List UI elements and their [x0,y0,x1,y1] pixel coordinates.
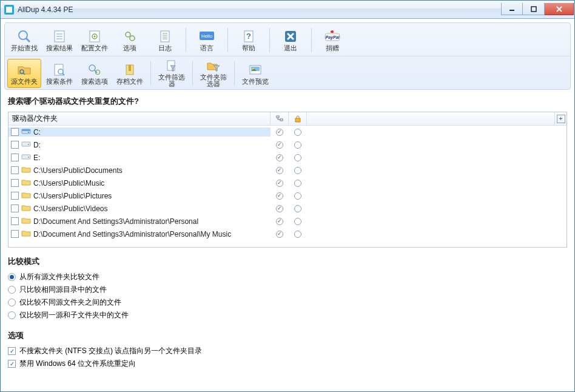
options-title: 选项 [8,330,567,341]
list-row[interactable]: E: [8,151,567,164]
compare-option[interactable]: 仅比较同一源和子文件夹中的文件 [8,309,567,322]
drive-icon [21,140,31,149]
main-toolbar: 开始查找搜索结果配置文件选项日志Hello语言?帮助退出PayPal捐赠 [5,23,570,56]
header-path[interactable]: 驱动器/文件夹 [8,112,271,125]
toolbar-archive-file[interactable]: 存档文件 [113,59,147,88]
row-checkbox[interactable] [11,204,19,212]
row-checkbox[interactable] [11,154,19,161]
toolbar-language[interactable]: Hello语言 [190,25,224,55]
toolbar-search-options[interactable]: 搜索选项 [78,59,112,88]
toolbar-source-folder[interactable]: 源文件夹 [7,59,41,88]
toolbar-label: 语言 [200,45,214,52]
toolbar-donate[interactable]: PayPal捐赠 [315,25,349,55]
row-radio-b[interactable] [294,180,301,187]
toolbar-options[interactable]: 选项 [113,25,147,55]
row-checkbox[interactable] [11,141,19,149]
compare-option[interactable]: 只比较相同源目录中的文件 [8,283,567,296]
row-radio-a[interactable] [276,205,283,212]
row-checkbox[interactable] [11,230,19,238]
row-radio-a[interactable] [276,129,283,136]
row-radio-a[interactable] [276,141,283,149]
list-body[interactable]: C:D:E:C:\Users\Public\DocumentsC:\Users\… [8,126,567,247]
list-row[interactable]: C:\Users\Public\Music [8,177,567,189]
row-path-text: C:\Users\Public\Videos [33,204,108,213]
drive-icon [21,153,31,162]
svg-rect-38 [129,65,131,71]
row-radio-b[interactable] [294,218,301,225]
row-radio-b[interactable] [294,231,301,238]
compare-option[interactable]: 仅比较不同源文件夹之间的文件 [8,296,567,309]
row-path-text: C:\Users\Public\Pictures [33,192,112,200]
toolbar-file-preview[interactable]: 文件预览 [238,59,272,88]
svg-point-52 [28,157,29,158]
option-item[interactable]: 不搜索文件夹 (NTFS 交接点) 该点指向另一个文件夹目录 [8,345,567,357]
toolbar-exit[interactable]: 退出 [274,25,308,55]
toolbar-folder-filter[interactable]: 文件夹筛选器 [197,59,230,88]
list-row[interactable]: D: [8,138,567,151]
svg-point-14 [130,36,135,41]
row-path-text: E: [33,154,40,162]
header-col-b[interactable] [289,112,307,125]
checkbox-icon [8,360,16,368]
list-row[interactable]: D:\Document And Settings3\Administrator\… [8,215,567,228]
window-title: AllDup 4.4.34 PE [18,5,73,14]
toolbar-label: 捐赠 [326,45,339,52]
toolbar-search-results[interactable]: 搜索结果 [42,25,76,55]
start-search-icon [16,29,33,44]
toolbar-help[interactable]: ?帮助 [232,25,266,55]
list-row[interactable]: C:\Users\Public\Pictures [8,189,567,202]
toolbar-label: 存档文件 [116,78,143,85]
toolbar-file-filter[interactable]: 文件筛选器 [155,59,189,88]
app-icon [4,5,14,15]
close-button[interactable] [545,3,574,15]
row-checkbox[interactable] [11,128,19,136]
toolbar-label: 开始查找 [11,45,38,52]
row-radio-a[interactable] [276,167,283,174]
toolbar-search-criteria[interactable]: 搜索条件 [42,59,76,88]
svg-rect-51 [22,155,30,159]
row-radio-a[interactable] [276,192,283,200]
minimize-button[interactable] [501,3,523,15]
toolbar-config-file[interactable]: 配置文件 [78,25,112,55]
list-row[interactable]: C: [8,126,567,138]
svg-point-4 [19,31,27,39]
compare-option-label: 只比较相同源目录中的文件 [19,285,107,295]
header-col-a[interactable] [271,112,289,125]
add-button[interactable]: + [554,112,567,125]
radio-icon [8,299,16,306]
log-icon [156,29,173,44]
toolbar-log[interactable]: 日志 [148,25,182,55]
toolbar-label: 退出 [284,45,297,52]
tree-icon [276,115,283,123]
row-radio-b[interactable] [294,192,301,200]
search-options-icon [86,63,103,77]
folder-icon [21,229,31,238]
row-radio-a[interactable] [276,218,283,225]
svg-text:Hello: Hello [201,33,213,39]
row-checkbox[interactable] [11,166,19,174]
options-section: 选项 不搜索文件夹 (NTFS 交接点) 该点指向另一个文件夹目录禁用 Wind… [8,330,567,370]
row-radio-a[interactable] [276,231,283,238]
row-checkbox[interactable] [11,217,19,225]
row-radio-b[interactable] [294,154,301,161]
row-radio-a[interactable] [276,154,283,161]
row-radio-b[interactable] [294,205,301,212]
row-radio-b[interactable] [294,129,301,136]
radio-icon [8,311,16,319]
list-row[interactable]: D:\Document And Settings3\Administrator\… [8,228,567,240]
source-list: 驱动器/文件夹 + C:D:E:C:\Users\Public\Document… [8,112,567,248]
option-item[interactable]: 禁用 Windows 64 位文件系统重定向 [8,357,567,370]
row-checkbox[interactable] [11,179,19,187]
drive-icon [21,127,31,137]
maximize-button[interactable] [523,3,545,15]
compare-option[interactable]: 从所有源文件夹比较文件 [8,271,567,283]
row-radio-b[interactable] [294,167,301,174]
row-checkbox[interactable] [11,192,19,200]
list-row[interactable]: C:\Users\Public\Videos [8,202,567,215]
row-radio-a[interactable] [276,180,283,187]
file-preview-icon [247,63,264,77]
list-row[interactable]: C:\Users\Public\Documents [8,164,567,177]
compare-option-label: 从所有源文件夹比较文件 [19,272,99,282]
row-radio-b[interactable] [294,141,301,149]
toolbar-start-search[interactable]: 开始查找 [7,25,41,55]
